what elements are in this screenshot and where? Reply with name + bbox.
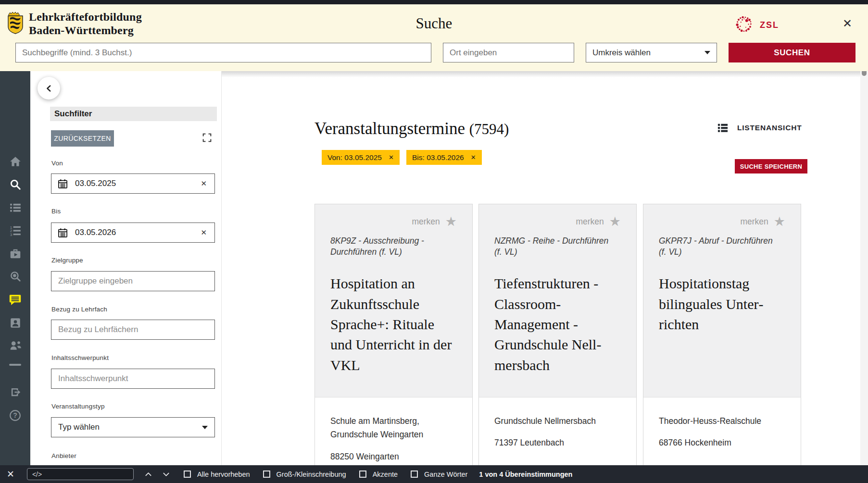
event-card-header: merken ★ GKPR7J - Abruf - Durchführen (f…	[643, 204, 801, 397]
date-to-field[interactable]: 03.05.2026 ✕	[51, 223, 215, 243]
zsl-label: ZSL	[760, 20, 779, 30]
anbieter-label: Anbieter	[51, 452, 76, 459]
event-code: NZRMG - Reihe - Durchführen (f. VL)	[494, 235, 616, 258]
merken-button[interactable]: merken ★	[494, 216, 621, 227]
fullscreen-icon[interactable]	[202, 133, 212, 145]
scrollbar-track[interactable]	[860, 4, 868, 483]
event-card-body: Grundschule Nellmersbach 71397 Leutenbac…	[479, 397, 636, 448]
community-icon[interactable]	[0, 339, 30, 352]
lehrfach-label: Bezug zu Lehrfach	[51, 306, 107, 313]
match-case-label[interactable]: Groß-/Kleinschreibung	[277, 471, 346, 478]
event-card-body: Schule am Martinsberg, Grund­schule Wein…	[315, 397, 472, 462]
chip-label: Von: 03.05.2025	[327, 153, 382, 162]
browser-top-strip	[0, 0, 868, 4]
home-icon[interactable]	[0, 155, 30, 168]
help-icon[interactable]: ?	[0, 409, 30, 422]
star-icon: ★	[609, 216, 621, 227]
event-card-body: Theodor-Heuss-Realschule 68766 Hockenhei…	[643, 397, 801, 448]
event-title: Hospitationstag bilinguales Unter­richte…	[659, 273, 785, 334]
svg-text:3: 3	[10, 233, 12, 237]
event-card[interactable]: merken ★ 8KP9Z - Ausschreibung - Durchfü…	[314, 204, 473, 473]
whole-words-checkbox[interactable]	[411, 471, 418, 478]
inhalt-label: Inhaltsschwerpunkt	[51, 354, 109, 361]
chip-remove-icon[interactable]: ✕	[471, 154, 476, 161]
results-count: (7594)	[469, 121, 509, 137]
clear-date-to-icon[interactable]: ✕	[199, 227, 209, 238]
reset-button[interactable]: ZURÜCKSETZEN	[51, 130, 114, 147]
bis-label: Bis	[51, 208, 61, 215]
zsl-dots-icon	[733, 13, 755, 37]
whole-words-label[interactable]: Ganze Wörter	[424, 471, 467, 478]
highlight-all-checkbox[interactable]	[184, 471, 191, 478]
merken-button[interactable]: merken ★	[330, 216, 457, 227]
merken-label: merken	[412, 217, 440, 227]
filter-title: Suchfilter	[50, 107, 217, 121]
list-view-button[interactable]: LISTENANSICHT	[717, 123, 802, 133]
filter-chip-von: Von: 03.05.2025 ✕	[322, 150, 400, 165]
search-icon[interactable]	[0, 178, 30, 191]
clear-date-from-icon[interactable]: ✕	[199, 178, 209, 189]
media-briefcase-icon[interactable]	[0, 248, 30, 260]
event-card[interactable]: merken ★ NZRMG - Reihe - Durchführen (f.…	[478, 204, 637, 473]
von-label: Von	[51, 160, 63, 167]
find-input[interactable]	[27, 468, 134, 480]
event-title: Hospitation an Zukunftsschule Sprache+: …	[330, 273, 457, 375]
typ-select[interactable]: Typ wählen	[51, 417, 215, 437]
event-city: 68766 Hockenheim	[659, 438, 785, 448]
chevron-down-icon	[202, 426, 208, 429]
findbar-close-icon[interactable]: ✕	[7, 469, 14, 480]
contact-icon[interactable]	[0, 317, 30, 329]
inhalt-input[interactable]	[51, 369, 215, 389]
event-city: 88250 Weingarten	[330, 452, 457, 462]
chat-icon[interactable]	[0, 293, 30, 306]
date-to-value: 03.05.2026	[75, 228, 199, 237]
merken-button[interactable]: merken ★	[659, 216, 785, 227]
collapse-filters-button[interactable]	[38, 77, 60, 99]
filter-chip-bis: Bis: 03.05.2026 ✕	[406, 150, 482, 165]
star-icon: ★	[445, 216, 457, 227]
date-from-field[interactable]: 03.05.2025 ✕	[51, 173, 215, 194]
merken-label: merken	[576, 217, 604, 227]
app-header: Lehrkräftefortbildung Baden-Württemberg …	[0, 4, 868, 71]
event-organizer: Schule am Martinsberg, Grund­schule Wein…	[330, 414, 448, 442]
search-plus-icon[interactable]	[0, 270, 30, 283]
accents-label[interactable]: Akzente	[373, 471, 398, 478]
event-organizer: Theodor-Heuss-Realschule	[659, 414, 776, 428]
chip-remove-icon[interactable]: ✕	[389, 154, 394, 161]
location-input[interactable]	[443, 43, 574, 62]
event-title: Tiefenstrukturen - Classroom-Management …	[494, 273, 621, 375]
event-card[interactable]: merken ★ GKPR7J - Abruf - Durchführen (f…	[643, 204, 801, 473]
lehrfach-input[interactable]	[51, 320, 215, 340]
find-nav	[144, 471, 170, 478]
radius-select-value: Umkreis wählen	[592, 48, 651, 58]
highlight-all-label[interactable]: Alle hervorheben	[197, 471, 250, 478]
list-icon[interactable]	[0, 201, 30, 214]
find-next-icon[interactable]	[162, 471, 170, 478]
calendar-icon	[57, 178, 68, 189]
chevron-left-icon	[44, 83, 54, 94]
date-from-value: 03.05.2025	[75, 179, 199, 188]
radius-select[interactable]: Umkreis wählen	[586, 43, 717, 62]
match-case-checkbox[interactable]	[263, 471, 270, 478]
event-city: 71397 Leutenbach	[494, 438, 621, 448]
merken-label: merken	[740, 217, 768, 227]
chip-label: Bis: 03.05.2026	[412, 153, 464, 162]
event-code: GKPR7J - Abruf - Durchführen (f. VL)	[659, 235, 780, 258]
numbered-list-icon[interactable]: 123	[0, 224, 30, 237]
find-previous-icon[interactable]	[144, 471, 152, 478]
search-input[interactable]	[15, 43, 431, 62]
calendar-icon	[57, 227, 68, 238]
save-search-button[interactable]: SUCHE SPEICHERN	[735, 159, 807, 173]
close-icon[interactable]: ✕	[843, 17, 852, 30]
zsl-logo: ZSL	[733, 13, 779, 37]
logout-icon[interactable]	[0, 386, 30, 398]
zielgruppe-input[interactable]	[51, 271, 215, 291]
find-status: 1 von 4 Übereinstimmungen	[479, 471, 572, 478]
list-view-icon	[717, 123, 729, 133]
accents-checkbox[interactable]	[359, 471, 366, 478]
list-view-label: LISTENANSICHT	[737, 124, 802, 132]
star-icon: ★	[774, 216, 785, 227]
suchen-button[interactable]: SUCHEN	[729, 43, 855, 62]
chevron-down-icon	[704, 51, 710, 54]
svg-text:?: ?	[13, 411, 17, 419]
